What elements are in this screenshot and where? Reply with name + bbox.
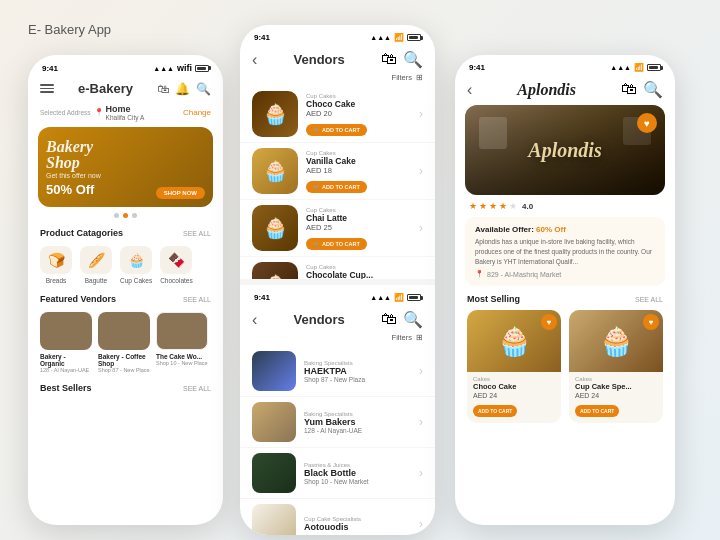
brand-name-1: e-Bakery [78, 81, 133, 96]
search-icon-1[interactable]: 🔍 [196, 82, 211, 96]
back-btn-2b[interactable]: ‹ [252, 311, 257, 329]
chocolates-icon: 🍫 [160, 246, 192, 274]
star-3: ★ [489, 201, 497, 211]
time-1: 9:41 [42, 64, 58, 73]
hamburger-menu[interactable] [40, 84, 54, 93]
breads-label: Breads [46, 277, 67, 284]
battery-icon-3 [647, 64, 661, 71]
location-name: Home Khalifa City A [106, 104, 145, 121]
status-bar-3: 9:41 ▲▲▲ 📶 [455, 55, 675, 76]
sell-card-2[interactable]: 🧁 ♥ Cakes Cup Cake Spe... AED 24 ADD TO … [569, 310, 663, 423]
cart-icon-2a[interactable]: 🛍 [381, 50, 397, 69]
sell-fav-1[interactable]: ♥ [541, 314, 557, 330]
add-cart-btn-1[interactable]: 🛒ADD TO CART [306, 124, 367, 136]
add-cart-btn-2[interactable]: 🛒ADD TO CART [306, 181, 367, 193]
sell-cart-btn-1[interactable]: ADD TO CART [473, 405, 517, 417]
sell-img-2: 🧁 ♥ [569, 310, 663, 372]
vendors-see-all[interactable]: SEE ALL [183, 296, 211, 303]
vendor-img-3 [156, 312, 208, 350]
vendor-card-3[interactable]: The Cake Wo... Shop 10 - New Place [156, 312, 208, 373]
favorite-btn-3[interactable]: ♥ [637, 113, 657, 133]
shop-now-btn[interactable]: SHOP NOW [156, 187, 205, 199]
vendor-chevron-1: › [419, 364, 423, 378]
phone-screen-3: 9:41 ▲▲▲ 📶 ‹ Aplondis 🛍 🔍 Aplondis ♥ ★ ★… [455, 55, 675, 525]
cart-icon-2b[interactable]: 🛍 [381, 310, 397, 329]
categories-title: Product Catagories [40, 228, 123, 238]
vendor-name-2: Bakery - Coffee Shop [98, 353, 150, 367]
promo-banner[interactable]: BakeryShop Get this offer now 50% Off SH… [38, 127, 213, 207]
category-bagutte[interactable]: 🥖 Bagutte [80, 246, 112, 284]
search-icon-3[interactable]: 🔍 [643, 80, 663, 99]
offer-discount: 60% Off [536, 225, 566, 234]
vendor-item-1[interactable]: Baking Specialists HAEKTPA Shop 87 - New… [240, 346, 435, 397]
vendor-card-1[interactable]: Bakery - Organic 128 - Al Nayan-UAE [40, 312, 92, 373]
wifi-icon-1: wifi [177, 63, 192, 73]
battery-icon-2b [407, 294, 421, 301]
dot-2-active [123, 213, 128, 218]
cake-item-1[interactable]: 🧁 Cup Cakes Choco Cake AED 20 🛒ADD TO CA… [240, 86, 435, 143]
filter-icon-2a: ⊞ [416, 73, 423, 82]
vendor-card-2[interactable]: Bakery - Coffee Shop Shop 87 - New Place [98, 312, 150, 373]
title-2a: Vendors [294, 52, 345, 67]
battery-icon-2a [407, 34, 421, 41]
back-btn-2a[interactable]: ‹ [252, 51, 257, 69]
star-5: ★ [509, 201, 517, 211]
available-offer: Available Offer: 60% Off Aplondis has a … [465, 217, 665, 286]
cake-item-2[interactable]: 🧁 Cup Cakes Vanilla Cake AED 18 🛒ADD TO … [240, 143, 435, 200]
title-2b: Vendors [294, 312, 345, 327]
sell-info-2: Cakes Cup Cake Spe... AED 24 ADD TO CART [569, 372, 663, 423]
category-breads[interactable]: 🍞 Breads [40, 246, 72, 284]
category-chocolates[interactable]: 🍫 Chocolates [160, 246, 193, 284]
cake-item-4[interactable]: 🧁 Cup Cakes Chocolate Cup... AED 18 🛒ADD… [240, 257, 435, 285]
category-cupcakes[interactable]: 🧁 Cup Cakes [120, 246, 152, 284]
status-bar-1: 9:41 ▲▲▲ wifi [28, 55, 223, 77]
status-icons-1: ▲▲▲ wifi [153, 63, 209, 73]
dot-3 [132, 213, 137, 218]
cake-img-4: 🧁 [252, 262, 298, 285]
change-address-btn[interactable]: Change [183, 108, 211, 117]
phone-screen-1: 9:41 ▲▲▲ wifi e-Bakery 🛍 🔔 🔍 Selected Ad… [28, 55, 223, 525]
categories-see-all[interactable]: SEE ALL [183, 230, 211, 237]
cake-img-3: 🧁 [252, 205, 298, 251]
vendor-item-3[interactable]: Pastries & Juices Black Bottle Shop 10 -… [240, 448, 435, 499]
cart-icon-1[interactable]: 🛍 [157, 82, 169, 96]
filters-label-2b[interactable]: Filters [392, 333, 412, 342]
vendor-img-1 [40, 312, 92, 350]
vendor-info-b2: Baking Specialists Yum Bakers 128 - Al N… [304, 411, 411, 434]
breads-icon: 🍞 [40, 246, 72, 274]
vendors-header: Featured Vendors SEE ALL [28, 290, 223, 308]
cake-info-1: Cup Cakes Choco Cake AED 20 🛒ADD TO CART [306, 93, 411, 136]
status-icons-3: ▲▲▲ 📶 [610, 63, 661, 72]
bell-icon-1[interactable]: 🔔 [175, 82, 190, 96]
best-sellers-see-all[interactable]: SEE ALL [183, 385, 211, 392]
store-name-overlay: Aplondis [528, 139, 601, 162]
filters-bar-2b: Filters ⊞ [240, 333, 435, 346]
vendor-sub-3: Shop 10 - New Place [156, 360, 208, 366]
search-icon-2a[interactable]: 🔍 [403, 50, 423, 69]
vendor-sub-2: Shop 87 - New Place [98, 367, 150, 373]
most-selling-see-all[interactable]: SEE ALL [635, 296, 663, 303]
rating-value: 4.0 [522, 202, 533, 211]
vendor-item-2[interactable]: Baking Specialists Yum Bakers 128 - Al N… [240, 397, 435, 448]
cake-item-3[interactable]: 🧁 Cup Cakes Chai Latte AED 25 🛒ADD TO CA… [240, 200, 435, 257]
sell-cart-btn-2[interactable]: ADD TO CART [575, 405, 619, 417]
wifi-icon-3: 📶 [634, 63, 644, 72]
vendor-item-4[interactable]: Cup Cake Specialists Aotouodis › [240, 499, 435, 535]
cupcakes-section: 9:41 ▲▲▲ 📶 ‹ Vendors 🛍 🔍 Filters ⊞ 🧁 [240, 25, 435, 285]
back-btn-3[interactable]: ‹ [467, 81, 472, 99]
categories-list: 🍞 Breads 🥖 Bagutte 🧁 Cup Cakes 🍫 Chocola… [28, 242, 223, 290]
sell-card-1[interactable]: 🧁 ♥ Cakes Choco Cake AED 24 ADD TO CART [467, 310, 561, 423]
cart-icon-3[interactable]: 🛍 [621, 80, 637, 99]
vendor-name-1: Bakery - Organic [40, 353, 92, 367]
sell-fav-2[interactable]: ♥ [643, 314, 659, 330]
signal-icon-2a: ▲▲▲ [370, 34, 391, 41]
chocolates-label: Chocolates [160, 277, 193, 284]
search-icon-2b[interactable]: 🔍 [403, 310, 423, 329]
brand-name-3: Aplondis [517, 81, 576, 99]
add-cart-btn-3[interactable]: 🛒ADD TO CART [306, 238, 367, 250]
header-icons-2a: 🛍 🔍 [381, 50, 423, 69]
most-selling-title: Most Selling [467, 294, 520, 304]
vendor-chevron-4: › [419, 517, 423, 531]
filters-label-2a[interactable]: Filters [392, 73, 412, 82]
cake-info-3: Cup Cakes Chai Latte AED 25 🛒ADD TO CART [306, 207, 411, 250]
